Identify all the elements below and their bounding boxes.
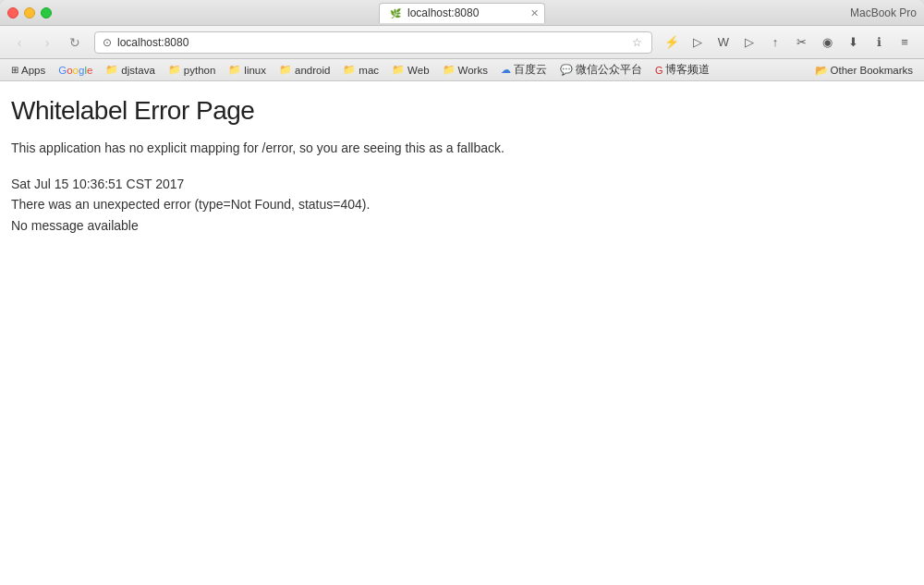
browser-tab[interactable]: 🌿 localhost:8080 ✕: [379, 3, 545, 23]
error-no-message: No message available: [11, 215, 913, 236]
error-details: Sat Jul 15 10:36:51 CST 2017 There was a…: [11, 174, 913, 236]
share-icon[interactable]: ↑: [763, 32, 787, 53]
folder-icon: 📁: [343, 64, 356, 76]
traffic-lights: [7, 7, 52, 18]
error-description: This application has no explicit mapping…: [11, 140, 913, 155]
bookmark-wechat[interactable]: 💬 微信公众平台: [554, 62, 648, 78]
bookmark-works[interactable]: 📁 Works: [437, 63, 493, 77]
pocket-icon[interactable]: ▷: [737, 32, 761, 53]
info-icon[interactable]: ℹ: [867, 32, 891, 53]
bookmark-mac[interactable]: 📁 mac: [337, 63, 384, 77]
tab-close-icon[interactable]: ✕: [530, 7, 539, 19]
bookmark-baiduyun[interactable]: ☁ 百度云: [495, 62, 553, 78]
close-button[interactable]: [7, 7, 18, 18]
folder-icon: 📁: [443, 64, 456, 76]
download-icon[interactable]: ⬇: [841, 32, 865, 53]
address-bar-container[interactable]: ⊙ ☆: [94, 31, 652, 54]
bookmark-google[interactable]: Google: [53, 64, 98, 77]
folder-icon: 📁: [228, 64, 241, 76]
mask-icon[interactable]: ◉: [815, 32, 839, 53]
back-button[interactable]: ‹: [7, 32, 31, 53]
history-icon[interactable]: W: [711, 32, 736, 53]
screenshot-icon[interactable]: ✂: [789, 32, 813, 53]
bookmark-python[interactable]: 📁 python: [163, 63, 222, 77]
bookmark-web[interactable]: 📁 Web: [386, 63, 434, 77]
minimize-button[interactable]: [24, 7, 35, 18]
menu-icon[interactable]: ≡: [893, 32, 917, 53]
page-content: Whitelabel Error Page This application h…: [0, 81, 924, 585]
tab-favicon-icon: 🌿: [389, 6, 402, 19]
google-icon: Google: [58, 65, 92, 76]
reload-button[interactable]: ↻: [63, 32, 87, 53]
navigation-toolbar: ‹ › ↻ ⊙ ☆ ⚡ ▷ W ▷ ↑ ✂ ◉ ⬇ ℹ ≡: [0, 26, 924, 59]
folder-icon: 📁: [392, 64, 405, 76]
bookmark-android[interactable]: 📁 android: [274, 63, 335, 77]
address-bar-actions: ☆: [630, 34, 644, 51]
location-icon: ⊙: [103, 36, 112, 49]
bookmark-djstava[interactable]: 📁 djstava: [100, 63, 160, 77]
address-input[interactable]: [117, 36, 625, 49]
maximize-button[interactable]: [41, 7, 52, 18]
bookmarks-bar: ⊞ Apps Google 📁 djstava 📁 python 📁 linux…: [0, 59, 924, 81]
cloud-icon: ☁: [501, 64, 511, 76]
folder-icon: 📁: [279, 64, 292, 76]
folder-icon: 📁: [105, 64, 118, 76]
tab-title: localhost:8080: [407, 6, 479, 19]
window-title: MacBook Pro: [850, 6, 917, 19]
error-timestamp: Sat Jul 15 10:36:51 CST 2017: [11, 174, 913, 194]
forward-button[interactable]: ›: [35, 32, 59, 53]
toolbar-actions: ⚡ ▷ W ▷ ↑ ✂ ◉ ⬇ ℹ ≡: [660, 32, 917, 53]
bookmarks-folder-icon: 📂: [815, 64, 828, 77]
cast-icon[interactable]: ▷: [686, 32, 710, 53]
bookmark-boke[interactable]: G 博客频道: [650, 62, 716, 78]
blog-icon: G: [655, 65, 663, 76]
extensions-icon[interactable]: ⚡: [660, 32, 684, 53]
bookmark-apps[interactable]: ⊞ Apps: [6, 64, 51, 77]
wechat-icon: 💬: [560, 64, 573, 76]
tab-bar: 🌿 localhost:8080 ✕: [379, 3, 545, 23]
bookmark-star-icon[interactable]: ☆: [630, 34, 644, 51]
apps-grid-icon: ⊞: [11, 65, 18, 75]
title-bar: 🌿 localhost:8080 ✕ MacBook Pro: [0, 0, 924, 26]
error-type: There was an unexpected error (type=Not …: [11, 194, 913, 214]
other-bookmarks[interactable]: 📂 Other Bookmarks: [809, 63, 918, 78]
browser-window: 🌿 localhost:8080 ✕ MacBook Pro ‹ › ↻ ⊙ ☆…: [0, 0, 924, 585]
error-heading: Whitelabel Error Page: [11, 96, 913, 126]
bookmark-linux[interactable]: 📁 linux: [223, 63, 272, 77]
folder-icon: 📁: [168, 64, 181, 76]
